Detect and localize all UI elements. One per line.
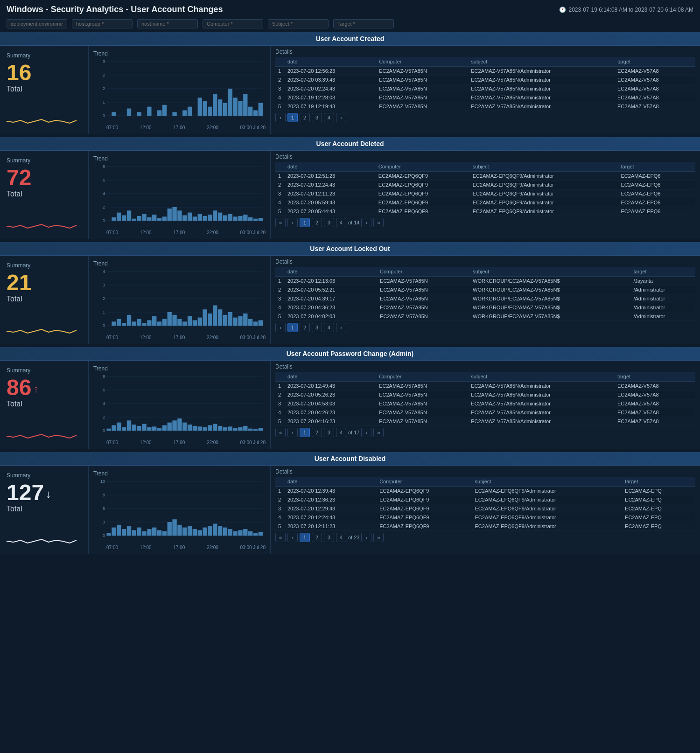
svg-rect-158: [233, 428, 237, 431]
table-cell: 2023-07-20 12:24:43: [285, 181, 376, 189]
page-btn-1[interactable]: 1: [300, 533, 310, 542]
svg-rect-30: [208, 107, 212, 116]
page-btn-3[interactable]: 3: [324, 428, 334, 437]
table-cell: EC2AMAZ-V57A8: [615, 390, 695, 399]
section-title: User Account Created: [0, 32, 700, 46]
table-cell: EC2AMAZ-V57A85N: [376, 93, 468, 102]
next-page-btn[interactable]: ›: [336, 113, 346, 122]
page-btn-4[interactable]: 4: [324, 323, 334, 332]
details-table: dateComputersubjecttarget 12023-07-20 12…: [275, 162, 695, 216]
prev-page-btn[interactable]: ‹: [287, 218, 298, 227]
table-cell: 2023-07-20 04:53:03: [285, 399, 376, 408]
trend-panel: Trend 01223 07:0012:0017:0022:0003:00 Ju…: [89, 46, 271, 134]
table-header-row: dateComputersubjecttarget: [275, 267, 695, 277]
table-header: subject: [468, 372, 615, 382]
prev-page-btn[interactable]: ‹: [287, 533, 298, 542]
next-page-btn[interactable]: ›: [336, 323, 346, 332]
table-row: 12023-07-20 12:49:43EC2AMAZ-V57A85NEC2AM…: [275, 382, 695, 390]
page-datetime: 🕐 2023-07-19 6:14:08 AM to 2023-07-20 6:…: [559, 7, 693, 13]
table-cell: /Jayanta: [630, 277, 695, 286]
page-btn-4[interactable]: 4: [336, 533, 346, 542]
svg-rect-20: [157, 110, 161, 116]
filter-computer[interactable]: [203, 19, 263, 28]
page-btn-3[interactable]: 3: [324, 533, 334, 542]
page-btn-1[interactable]: 1: [287, 113, 298, 122]
table-cell: EC2AMAZ-V57A8: [615, 93, 695, 102]
svg-rect-74: [223, 215, 227, 221]
last-page-btn[interactable]: »: [373, 533, 384, 542]
svg-rect-154: [213, 424, 217, 431]
table-body: 12023-07-20 12:49:43EC2AMAZ-V57A85NEC2AM…: [275, 382, 695, 426]
filter-hostgroup[interactable]: [72, 19, 133, 28]
table-cell: EC2AMAZ-EPQ6QF9/Administrator: [470, 189, 618, 198]
first-page-btn[interactable]: «: [275, 428, 286, 437]
next-page-btn[interactable]: ›: [361, 533, 371, 542]
table-row: 32023-07-20 04:39:17EC2AMAZ-V57A85NWORKG…: [275, 294, 695, 303]
filter-deployment[interactable]: [7, 19, 67, 28]
page-btn-4[interactable]: 4: [336, 218, 346, 227]
filter-target[interactable]: [333, 19, 394, 28]
table-row: 52023-07-20 04:16:23EC2AMAZ-V57A85NEC2AM…: [275, 417, 695, 426]
trend-panel: Trend 035810 07:0012:0017:0022:0003:00 J…: [89, 466, 271, 554]
page-btn-1[interactable]: 1: [300, 218, 310, 227]
next-page-btn[interactable]: ›: [361, 428, 371, 437]
svg-rect-195: [213, 523, 217, 536]
svg-rect-52: [112, 217, 116, 221]
pagination: ‹1234›: [275, 111, 695, 123]
section-title: User Account Disabled: [0, 452, 700, 466]
summary-label: Summary: [7, 367, 82, 374]
filter-hostname[interactable]: [137, 19, 198, 28]
svg-rect-56: [132, 219, 136, 221]
page-btn-4[interactable]: 4: [324, 113, 334, 122]
table-cell: EC2AMAZ-EPQ6QF9: [376, 189, 470, 198]
page-btn-1[interactable]: 1: [300, 428, 310, 437]
table-cell: EC2AMAZ-V57A8: [615, 417, 695, 426]
section-user-account-deleted: User Account Deleted Summary 72 Total Tr…: [0, 137, 700, 239]
page-btn-1[interactable]: 1: [287, 323, 298, 332]
svg-rect-140: [142, 424, 146, 431]
filter-subject[interactable]: [268, 19, 329, 28]
summary-panel: Summary 86↑ Total: [0, 361, 89, 449]
page-btn-2[interactable]: 2: [312, 533, 322, 542]
trend-xaxis: 07:0012:0017:0022:0003:00 Jul 20: [93, 229, 266, 235]
table-header: Computer: [376, 57, 468, 67]
table-cell: EC2AMAZ-V57A85N/Administrator: [468, 67, 615, 76]
prev-page-btn[interactable]: ‹: [275, 323, 286, 332]
table-header: target: [615, 372, 695, 382]
table-cell: EC2AMAZ-V57A8: [615, 84, 695, 93]
svg-rect-93: [112, 321, 116, 326]
last-page-btn[interactable]: »: [373, 428, 384, 437]
page-btn-3[interactable]: 3: [324, 218, 334, 227]
next-page-btn[interactable]: ›: [361, 218, 371, 227]
first-page-btn[interactable]: «: [275, 218, 286, 227]
page-btn-2[interactable]: 2: [300, 113, 310, 122]
table-header: Computer: [377, 477, 472, 487]
table-cell: EC2AMAZ-EPQ6QF9/Administrator: [470, 172, 618, 181]
section-user-account-password-change: User Account Password Change (Admin) Sum…: [0, 347, 700, 449]
summary-number: 127↓: [7, 481, 82, 504]
details-label: Details: [275, 153, 695, 160]
trend-panel: Trend 02468 07:0012:0017:0022:0003:00 Ju…: [89, 361, 271, 449]
table-header-row: dateComputersubjecttarget: [275, 477, 695, 487]
svg-rect-113: [213, 306, 217, 326]
last-page-btn[interactable]: »: [373, 218, 384, 227]
page-btn-3[interactable]: 3: [312, 323, 322, 332]
svg-rect-143: [157, 428, 161, 431]
summary-total: Total: [7, 85, 82, 93]
svg-rect-14: [127, 109, 131, 116]
table-header: date: [285, 477, 377, 487]
page-btn-2[interactable]: 2: [312, 218, 322, 227]
table-header: subject: [472, 477, 623, 487]
page-btn-4[interactable]: 4: [336, 428, 346, 437]
table-cell: EC2AMAZ-EPQ: [622, 504, 695, 513]
table-header: target: [615, 57, 695, 67]
page-btn-2[interactable]: 2: [312, 428, 322, 437]
page-btn-3[interactable]: 3: [312, 113, 322, 122]
prev-page-btn[interactable]: ‹: [287, 428, 298, 437]
prev-page-btn[interactable]: ‹: [275, 113, 286, 122]
svg-rect-69: [198, 214, 202, 221]
first-page-btn[interactable]: «: [275, 533, 286, 542]
page-btn-2[interactable]: 2: [300, 323, 310, 332]
table-cell: 2023-07-20 05:26:23: [285, 390, 376, 399]
table-cell: EC2AMAZ-V57A85N: [376, 84, 468, 93]
